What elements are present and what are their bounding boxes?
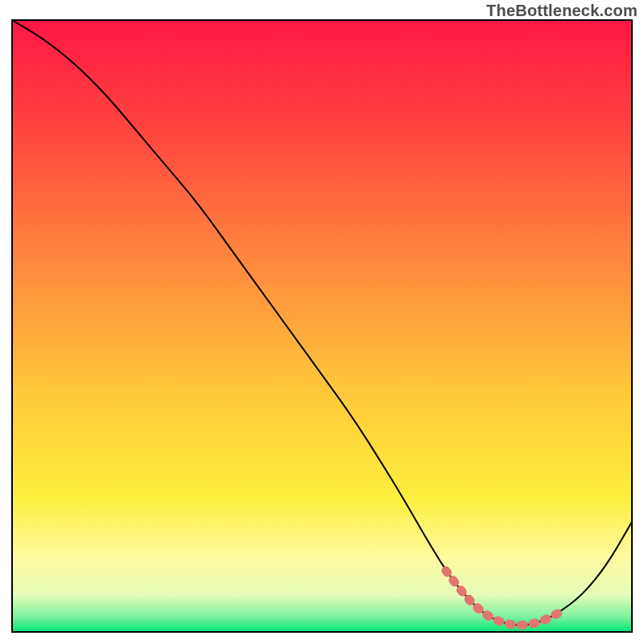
gradient-background	[12, 20, 632, 632]
plot-area	[12, 20, 632, 632]
bottleneck-chart	[0, 0, 644, 644]
chart-stage: TheBottleneck.com	[0, 0, 644, 644]
watermark-text: TheBottleneck.com	[486, 2, 638, 20]
